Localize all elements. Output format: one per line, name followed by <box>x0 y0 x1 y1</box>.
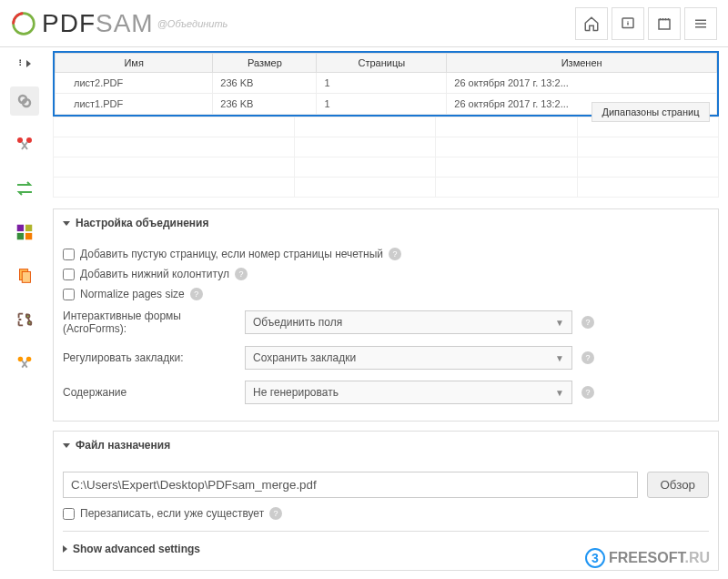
col-page-ranges[interactable]: Дипапазоны страниц <box>592 102 710 122</box>
sidebar-splitbysize-icon[interactable] <box>10 305 39 334</box>
module-subtitle: @Объединить <box>157 18 228 29</box>
checkbox-blank-page[interactable] <box>63 249 75 260</box>
svg-rect-11 <box>22 271 30 282</box>
checkbox-overwrite[interactable] <box>63 508 75 520</box>
col-modified[interactable]: Изменен <box>447 54 717 73</box>
col-pages[interactable]: Страницы <box>317 54 447 73</box>
col-size[interactable]: Размер <box>213 54 317 73</box>
sidebar-merge-icon[interactable] <box>10 86 39 116</box>
logo-text-pdf: PDF <box>42 9 96 37</box>
svg-rect-8 <box>17 233 24 239</box>
checkbox-footer[interactable] <box>63 269 75 280</box>
svg-point-12 <box>26 315 30 319</box>
label-bookmarks: Регулировать закладки: <box>63 351 236 364</box>
logo-text-sam: SAM <box>96 9 154 37</box>
pdfsam-logo-icon <box>11 11 36 36</box>
sidebar-expand-toggle[interactable]: ⠇ <box>15 55 35 72</box>
svg-point-13 <box>28 321 32 325</box>
help-icon[interactable]: ? <box>581 351 594 364</box>
svg-rect-7 <box>25 225 32 231</box>
destination-toggle[interactable]: Файл назначения <box>54 432 718 459</box>
watermark: 3 FREESOFT.RU <box>585 548 710 568</box>
svg-rect-3 <box>659 19 670 29</box>
help-icon[interactable]: ? <box>389 248 401 260</box>
help-icon[interactable]: ? <box>581 386 594 399</box>
select-toc[interactable]: Не генерировать▼ <box>245 381 572 404</box>
col-name[interactable]: Имя <box>56 54 213 73</box>
help-icon[interactable]: ? <box>190 288 203 300</box>
browse-button[interactable]: Обзор <box>647 472 710 498</box>
watermark-icon: 3 <box>585 548 605 568</box>
merge-settings-toggle[interactable]: Настройка объединения <box>54 209 718 237</box>
sidebar-alternate-icon[interactable] <box>10 174 39 203</box>
merge-settings-panel: Настройка объединения Добавить пустую ст… <box>53 208 719 422</box>
select-acroforms[interactable]: Объединить поля▼ <box>245 310 572 334</box>
notifications-button[interactable] <box>612 7 644 40</box>
app-logo: PDFSAM @Объединить <box>11 9 228 38</box>
sidebar-splitbybookmark-icon[interactable] <box>10 349 39 378</box>
select-bookmarks[interactable]: Сохранить закладки▼ <box>245 346 572 370</box>
log-button[interactable] <box>648 7 681 40</box>
menu-button[interactable] <box>684 7 717 40</box>
home-button[interactable] <box>575 7 608 40</box>
help-icon[interactable]: ? <box>269 507 282 520</box>
table-row[interactable]: лист2.PDF 236 KB 1 26 октября 2017 г. 13… <box>56 73 717 94</box>
svg-rect-9 <box>25 233 32 239</box>
label-toc: Содержание <box>63 386 236 399</box>
sidebar-extract-icon[interactable] <box>10 218 39 247</box>
help-icon[interactable]: ? <box>581 316 594 329</box>
sidebar-rotate-icon[interactable] <box>10 261 39 290</box>
help-icon[interactable]: ? <box>235 268 248 280</box>
destination-path-input[interactable] <box>63 472 638 498</box>
sidebar-split-icon[interactable] <box>10 130 39 159</box>
svg-rect-6 <box>17 225 24 231</box>
label-acroforms: Интерактивные формы (AcroForms): <box>63 310 236 335</box>
checkbox-normalize[interactable] <box>63 289 75 300</box>
